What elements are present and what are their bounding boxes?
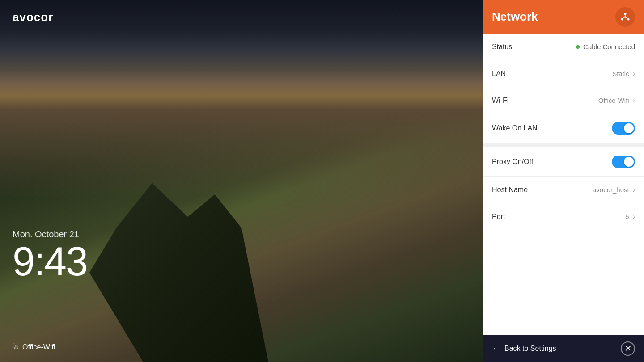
datetime-display: Mon. October 21 9:43	[13, 229, 87, 282]
svg-point-0	[624, 13, 627, 15]
date-label: Mon. October 21	[13, 229, 87, 240]
wifi-icon: ☃	[13, 343, 19, 351]
port-label: Port	[492, 213, 505, 221]
cliff-decoration	[89, 139, 268, 362]
port-chevron-icon: ›	[633, 213, 635, 221]
panel-icon-button[interactable]	[615, 7, 635, 27]
panel-header: Network	[483, 0, 644, 34]
svg-line-5	[623, 17, 625, 18]
wifi-row-label: Wi-Fi	[492, 97, 508, 105]
back-to-settings-button[interactable]: ← Back to Settings	[492, 344, 556, 354]
close-icon: ✕	[625, 345, 631, 353]
lan-row[interactable]: LAN Static ›	[483, 60, 644, 87]
time-label: 9:43	[13, 241, 87, 282]
status-row[interactable]: Status Cable Connected	[483, 34, 644, 60]
port-text: 5	[625, 213, 629, 220]
status-value: Cable Connected	[576, 43, 635, 51]
proxy-label: Proxy On/Off	[492, 158, 533, 166]
wifi-label: Office-Wifi	[22, 343, 55, 351]
port-row[interactable]: Port 5 ›	[483, 203, 644, 230]
lan-label: LAN	[492, 70, 506, 78]
close-button[interactable]: ✕	[621, 341, 635, 356]
port-value: 5 ›	[625, 213, 635, 221]
section-divider	[483, 143, 644, 147]
wake-on-lan-label: Wake On LAN	[492, 124, 538, 132]
wifi-row-text: Office-Wifi	[598, 97, 629, 104]
wake-on-lan-row[interactable]: Wake On LAN	[483, 114, 644, 143]
proxy-row[interactable]: Proxy On/Off	[483, 147, 644, 177]
back-label: Back to Settings	[504, 345, 556, 353]
lan-chevron-icon: ›	[633, 70, 635, 78]
network-panel: Network Status Cable Connected	[483, 0, 644, 362]
status-dot	[576, 45, 580, 49]
wifi-chevron-icon: ›	[633, 97, 635, 105]
hostname-value: avocor_host ›	[593, 186, 635, 194]
back-arrow-icon: ←	[492, 344, 500, 354]
status-label: Status	[492, 43, 512, 51]
app-logo: avocor	[13, 10, 53, 24]
wifi-row[interactable]: Wi-Fi Office-Wifi ›	[483, 87, 644, 114]
wifi-row-value: Office-Wifi ›	[598, 97, 635, 105]
lan-text: Static	[612, 70, 629, 77]
wake-on-lan-toggle[interactable]	[612, 122, 635, 135]
bottom-bar: ← Back to Settings ✕	[483, 335, 644, 362]
status-text: Cable Connected	[583, 43, 635, 51]
lan-value: Static ›	[612, 70, 635, 78]
hostname-row[interactable]: Host Name avocor_host ›	[483, 177, 644, 203]
panel-content: Status Cable Connected LAN Static › Wi-F…	[483, 34, 644, 335]
wallpaper	[0, 0, 483, 362]
svg-point-3	[624, 16, 626, 18]
svg-line-6	[626, 17, 628, 18]
proxy-toggle[interactable]	[612, 156, 635, 168]
hostname-text: avocor_host	[593, 186, 629, 194]
wifi-status: ☃ Office-Wifi	[13, 343, 55, 351]
network-icon	[620, 12, 630, 22]
panel-title: Network	[492, 10, 538, 24]
hostname-label: Host Name	[492, 186, 528, 194]
hostname-chevron-icon: ›	[633, 186, 635, 194]
